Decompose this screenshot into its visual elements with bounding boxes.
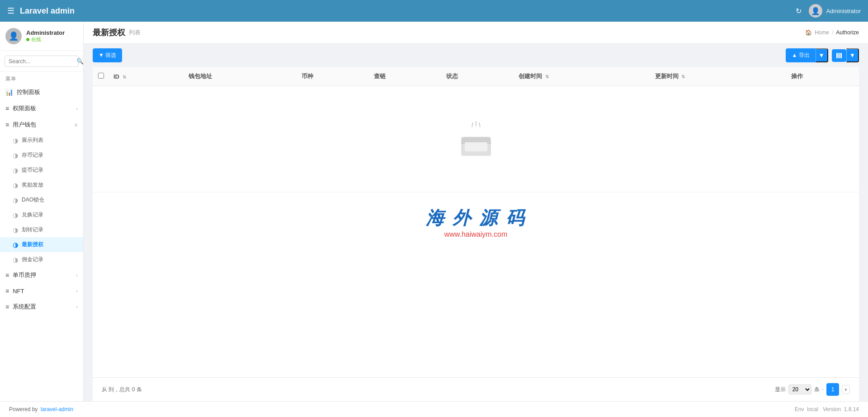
breadcrumb-home[interactable]: 🏠 [805, 29, 812, 36]
sidebar-item-nft[interactable]: ≡ NFT ‹ [0, 283, 83, 299]
breadcrumb-separator: / [832, 29, 833, 36]
header-right: ↻ 👤 Administrator [796, 4, 861, 18]
header-left: ☰ Laravel admin [7, 6, 75, 16]
sort-icon[interactable]: ⇅ [681, 74, 685, 79]
submenu-item-commission[interactable]: ◑ 佣金记录 [0, 252, 83, 267]
toolbar-left: ▼ 筛选 [93, 48, 122, 62]
wallet-icon: ≡ [5, 121, 9, 128]
sidebar-item-label: 权限面板 [13, 104, 36, 112]
chevron-right-icon: ‹ [76, 288, 78, 294]
breadcrumb: 🏠 Home / Authorize [805, 29, 859, 36]
page-header: 最新授权 列表 🏠 Home / Authorize [84, 22, 868, 44]
search-icon: 🔍 [76, 58, 84, 65]
top-header: ☰ Laravel admin ↻ 👤 Administrator [0, 0, 868, 22]
select-all-checkbox[interactable] [98, 73, 104, 79]
pagination-info: 从 到，总共 0 条 [102, 386, 142, 394]
version-value: 1.8.14 [844, 406, 859, 412]
filter-button[interactable]: ▼ 筛选 [93, 48, 122, 62]
footer-link[interactable]: laravel-admin [41, 406, 73, 412]
menu-section-label: 菜单 [0, 72, 83, 84]
columns-dropdown-button[interactable]: ▼ [846, 48, 859, 62]
sidebar-avatar: 👤 [5, 28, 22, 44]
col-created-at: 创建时间 ⇅ [514, 67, 650, 86]
search-input[interactable] [9, 58, 76, 65]
col-status: 状态 [442, 67, 514, 86]
avatar: 👤 [809, 4, 822, 18]
page-subtitle: 列表 [129, 28, 141, 37]
export-button-group: ▲ 导出 ▼ [786, 48, 828, 62]
permissions-icon: ≡ [5, 105, 9, 112]
footer: Powered by laravel-admin Env local Versi… [0, 401, 868, 417]
breadcrumb-home-label[interactable]: Home [815, 29, 829, 36]
submenu-item-transfer[interactable]: ◑ 划转记录 [0, 222, 83, 237]
page-size-select[interactable]: 20 50 100 [788, 384, 811, 394]
page-title-area: 最新授权 列表 [93, 27, 141, 38]
table-container: 海 外 源 码 www.haiwaiym.com ID ⇅ [93, 67, 859, 377]
header-username: Administrator [826, 8, 861, 14]
page-title: 最新授权 [93, 27, 125, 38]
page-1-button[interactable]: 1 [826, 383, 839, 396]
export-dropdown-button[interactable]: ▼ [816, 48, 828, 62]
table-header: ID ⇅ 钱包地址 币种 查链 状态 [93, 67, 859, 86]
sidebar-item-label: 用户钱包 [13, 121, 36, 129]
chevron-right-icon: ‹ [76, 304, 78, 309]
sidebar-status: 在线 [26, 36, 65, 43]
svg-rect-0 [836, 53, 838, 58]
sidebar-item-permissions[interactable]: ≡ 权限面板 ‹ [0, 100, 83, 117]
env-label: Env [795, 406, 804, 412]
sort-icon[interactable]: ⇅ [123, 75, 126, 80]
footer-left: Powered by laravel-admin [9, 406, 73, 412]
svg-rect-7 [465, 142, 487, 151]
col-wallet: 钱包地址 [184, 67, 297, 86]
sidebar-item-system-config[interactable]: ≡ 系统配置 ‹ [0, 299, 83, 315]
empty-inbox-icon [456, 119, 496, 159]
submenu-item-exchange[interactable]: ◑ 兑换记录 [0, 207, 83, 222]
columns-button[interactable] [832, 49, 846, 62]
powered-by-label: Powered by [9, 406, 38, 412]
circle-icon: ◑ [13, 197, 18, 204]
columns-button-group: ▼ [832, 48, 859, 62]
refresh-icon[interactable]: ↻ [796, 7, 802, 15]
pagination-right: 显示 20 50 100 条 · 1 › [775, 383, 850, 396]
submenu-item-withdraw[interactable]: ◑ 提币记录 [0, 163, 83, 178]
circle-icon: ◑ [13, 137, 18, 144]
staking-icon: ≡ [5, 272, 9, 279]
sidebar-item-label: 控制面板 [17, 88, 40, 96]
data-table: ID ⇅ 钱包地址 币种 查链 状态 [93, 67, 859, 192]
sort-icon[interactable]: ⇅ [545, 74, 549, 79]
submenu-item-dao[interactable]: ◑ DAO锁仓 [0, 192, 83, 207]
pagination-separator: · [822, 386, 824, 393]
col-currency: 币种 [297, 67, 369, 86]
hamburger-icon[interactable]: ☰ [7, 6, 14, 16]
status-dot-icon [26, 38, 29, 41]
next-page-button[interactable]: › [842, 385, 850, 394]
svg-line-5 [479, 122, 480, 127]
sidebar-search-section: 🔍 [0, 51, 83, 72]
col-action: 操作 [787, 67, 859, 86]
toolbar-right: ▲ 导出 ▼ ▼ [786, 48, 859, 62]
col-updated-at: 更新时间 ⇅ [651, 67, 787, 86]
svg-rect-2 [840, 53, 842, 58]
chevron-right-icon: ‹ [76, 106, 78, 111]
per-page-suffix: 条 [814, 386, 820, 394]
circle-icon: ◑ [13, 241, 18, 248]
svg-line-3 [472, 122, 473, 127]
dashboard-icon: 📊 [5, 89, 13, 96]
sidebar-user-info: Administrator 在线 [26, 29, 65, 43]
breadcrumb-current: Authorize [836, 29, 859, 36]
sidebar-item-staking[interactable]: ≡ 单币质押 ‹ [0, 267, 83, 283]
watermark-url: www.haiwaiym.com [426, 230, 526, 239]
submenu-item-reward[interactable]: ◑ 奖励发放 [0, 178, 83, 192]
sidebar-item-dashboard[interactable]: 📊 控制面板 [0, 84, 83, 100]
circle-icon: ◑ [13, 152, 18, 159]
circle-icon: ◑ [13, 226, 18, 234]
submenu-item-display-list[interactable]: ◑ 展示列表 [0, 133, 83, 148]
env-value: local [807, 406, 818, 412]
submenu-item-latest-authorize[interactable]: ◑ 最新授权 [0, 237, 83, 252]
pagination-bar: 从 到，总共 0 条 显示 20 50 100 条 · 1 › [93, 377, 859, 401]
export-button[interactable]: ▲ 导出 [786, 48, 815, 62]
user-info[interactable]: 👤 Administrator [809, 4, 861, 18]
col-id: ID ⇅ [109, 67, 184, 86]
submenu-item-deposit[interactable]: ◑ 存币记录 [0, 148, 83, 163]
sidebar-item-user-wallet[interactable]: ≡ 用户钱包 ∨ [0, 117, 83, 133]
